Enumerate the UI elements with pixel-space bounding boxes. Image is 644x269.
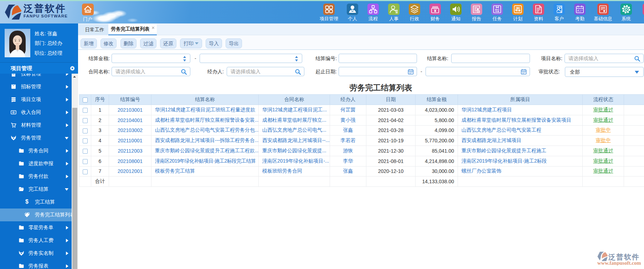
svg-text:www.fanpusoft.com: www.fanpusoft.com bbox=[597, 260, 641, 265]
svg-text:0: 0 bbox=[13, 111, 14, 114]
svg-text:泛普软件: 泛普软件 bbox=[608, 253, 640, 261]
